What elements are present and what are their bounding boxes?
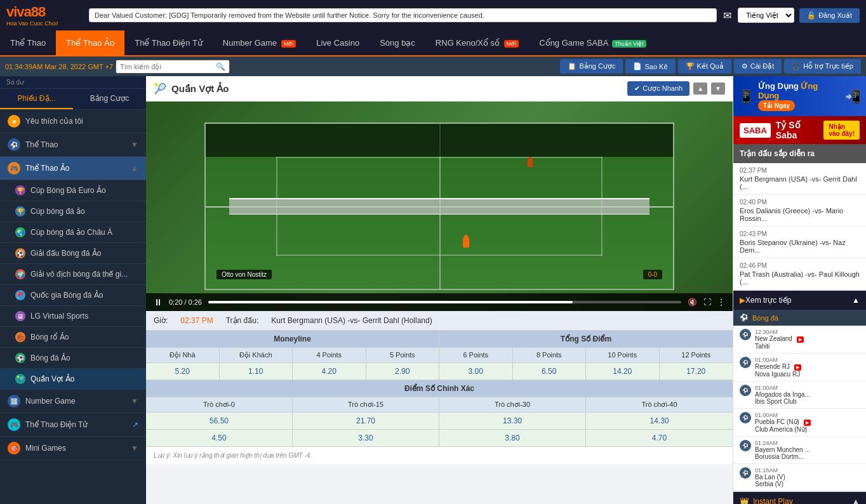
diem-val-1-4[interactable]: 14.30 bbox=[586, 413, 733, 429]
euro-icon: 🏆 bbox=[15, 185, 25, 196]
nav-item-the-thao-ao[interactable]: Thể Thao Ảo bbox=[56, 30, 124, 55]
cai-dat-button[interactable]: ⚙ Cài Đặt bbox=[734, 59, 782, 74]
basketball-icon: 🏀 bbox=[15, 332, 25, 342]
number-game-icon: 🔢 bbox=[8, 395, 20, 408]
bet-value-4[interactable]: 2.90 bbox=[366, 363, 440, 380]
bet-value-7[interactable]: 14.20 bbox=[586, 363, 660, 380]
sidebar-item-bong-ro[interactable]: 🏀 Bóng rổ Ảo bbox=[0, 327, 146, 348]
sidebar-item-the-thao[interactable]: ⚽ Thể Thao ▼ bbox=[0, 133, 146, 157]
live-item-6[interactable]: ⚽ 01:15AM Ba Lan (V) Serbia (V) bbox=[733, 464, 866, 491]
player-figure-2 bbox=[528, 157, 533, 167]
upcoming-list: 02:37 PM Kurt Bergmann (USA) -vs- Gerrit… bbox=[733, 163, 866, 290]
upcoming-item-3[interactable]: 02:43 PM Boris Stepanov (Ukraine) -vs- N… bbox=[733, 227, 866, 258]
more-options-button[interactable]: ⋮ bbox=[717, 298, 725, 307]
ket-qua-button[interactable]: 🏆 Kết Quả bbox=[678, 59, 731, 74]
bet-value-2[interactable]: 1.10 bbox=[220, 363, 293, 380]
progress-bar[interactable] bbox=[208, 301, 681, 303]
sao-ke-button[interactable]: 📄 Sao Kê bbox=[625, 59, 675, 74]
sidebar-item-yeu-thich[interactable]: ★ Yêu thích của tôi bbox=[0, 110, 146, 133]
bet-value-1[interactable]: 5.20 bbox=[146, 363, 220, 380]
diem-val-1-3[interactable]: 13.30 bbox=[439, 413, 586, 429]
sidebar-item-number-game[interactable]: 🔢 Number Game ▼ bbox=[0, 390, 146, 413]
tournament-icon: ⚽ bbox=[15, 248, 25, 258]
language-select[interactable]: Tiếng Việt bbox=[738, 8, 794, 23]
upcoming-teams-4: Pat Trash (Australia) -vs- Paul Killough… bbox=[740, 270, 860, 286]
fullscreen-button[interactable]: ⛶ bbox=[703, 298, 711, 307]
nav-item-live-casino[interactable]: Live Casino bbox=[306, 30, 370, 55]
sidebar-item-the-thao-ao[interactable]: 🎮 Thể Thao Ảo ▲ bbox=[0, 157, 146, 180]
sidebar-item-esports[interactable]: 🎮 Thể Thao Điện Tử ↗ bbox=[0, 413, 146, 437]
app-download-button[interactable]: Tải Ngay bbox=[758, 100, 795, 111]
thuan-viet-badge: Thuần Việt bbox=[612, 40, 646, 48]
live-team2-4: Club America (Nữ) bbox=[755, 426, 860, 433]
diem-col-15: Trò chơi-15 bbox=[293, 397, 439, 412]
cai-dat-icon: ⚙ bbox=[742, 62, 748, 70]
pause-button[interactable]: ⏸ bbox=[154, 297, 163, 307]
logout-button[interactable]: 🔓 Đăng Xuất bbox=[799, 8, 860, 23]
upcoming-item-4[interactable]: 02:46 PM Pat Trash (Australia) -vs- Paul… bbox=[733, 258, 866, 290]
bet-value-3[interactable]: 4.20 bbox=[293, 363, 366, 380]
live-time-1: 12:30AM bbox=[755, 329, 860, 335]
instant-collapse-btn[interactable]: ▲ bbox=[852, 497, 860, 504]
bet-arrow-up[interactable]: ▲ bbox=[693, 83, 707, 95]
live-item-3[interactable]: ⚽ 01:00AM Afogados da Inga... Ibis Sport… bbox=[733, 381, 866, 409]
chevron-icon: ▼ bbox=[131, 397, 138, 406]
bang-cuoc-button[interactable]: 📋 Bảng Cược bbox=[560, 59, 623, 74]
sidebar-item-cup-bong-da-ao[interactable]: 🏆 Cúp bóng đá ảo bbox=[0, 201, 146, 222]
diem-val-2-1[interactable]: 4.50 bbox=[146, 430, 293, 446]
sidebar-item-bong-da-ao[interactable]: ⚽ Bóng đá Ảo bbox=[0, 348, 146, 369]
volume-button[interactable]: 🔇 bbox=[688, 298, 697, 307]
diem-val-2-2[interactable]: 3.30 bbox=[293, 430, 439, 446]
search-input[interactable] bbox=[120, 63, 216, 70]
bet-arrow-down[interactable]: ▼ bbox=[711, 83, 725, 95]
tab-phieu-dat[interactable]: Phiếu Đặ... bbox=[0, 89, 73, 109]
sao-ke-icon: 📄 bbox=[633, 62, 642, 70]
instant-play-section: 👑 Instant Play ▲ 🎲 Mini Tài 🎰 SABA 🃏 Hàu… bbox=[733, 491, 866, 504]
diem-val-2-3[interactable]: 3.80 bbox=[439, 430, 586, 446]
header: viva88 Hoa Vao Cuoc Choi! Dear Valued Cu… bbox=[0, 0, 866, 30]
sidebar-item-mini-games[interactable]: 🎯 Mini Games ▼ bbox=[0, 437, 146, 460]
nav-item-the-thao[interactable]: Thể Thao bbox=[0, 30, 56, 55]
upcoming-item-2[interactable]: 02:40 PM Eros Dalianis (Greece) -vs- Mar… bbox=[733, 195, 866, 227]
saba-click-btn[interactable]: Nhậnvào đây! bbox=[823, 121, 860, 140]
nav-item-number-game[interactable]: Number Game Mới bbox=[213, 30, 306, 55]
diem-val-1-1[interactable]: 56.50 bbox=[146, 413, 293, 429]
live-item-4[interactable]: ⚽ 01:00AM Puebla FC (Nữ) ▶ Club America … bbox=[733, 409, 866, 437]
nav-item-the-thao-dien-tu[interactable]: Thể Thao Điện Tử bbox=[124, 30, 213, 55]
nav-item-song-bac[interactable]: Sòng bạc bbox=[370, 30, 425, 55]
ho-tro-button[interactable]: 🎧 Hỗ trợ Trực tiếp bbox=[784, 59, 861, 74]
sidebar-item-giai-dau[interactable]: ⚽ Giải đấu Bóng đá Ảo bbox=[0, 243, 146, 264]
sidebar-item-quoc-gia[interactable]: 🚩 Quốc gia Bóng đá Ảo bbox=[0, 285, 146, 306]
saba-logo: SABA bbox=[740, 123, 771, 138]
diem-row-1: 56.50 21.70 13.30 14.30 bbox=[146, 413, 733, 430]
bet-value-6[interactable]: 6.50 bbox=[513, 363, 587, 380]
star-icon: ★ bbox=[8, 115, 20, 128]
notice-bar: Dear Valued Customer: [GDG] Temporarily … bbox=[89, 8, 717, 22]
nav-item-rng-keno[interactable]: RNG Keno/Xổ số Mới bbox=[425, 30, 529, 55]
app-promo-title: Ứng Dụng Ứng Dụng bbox=[758, 81, 841, 100]
bet-value-5[interactable]: 3.00 bbox=[439, 363, 513, 380]
sidebar-item-cup-bong-da-euro[interactable]: 🏆 Cúp Bóng Đá Euro Ảo bbox=[0, 180, 146, 201]
sidebar-item-lg-virtual[interactable]: 🖥 LG Virtual Sports bbox=[0, 306, 146, 327]
sidebar-item-cup-chau-a[interactable]: 🌏 Cúp bóng đá ảo Châu Á bbox=[0, 222, 146, 243]
diem-val-2-4[interactable]: 4.70 bbox=[586, 430, 733, 446]
youtube-badge-4: ▶ bbox=[804, 420, 811, 426]
play-icon: ▶ bbox=[740, 296, 745, 305]
live-item-5[interactable]: ⚽ 01:24AM Bayern Munchen ... Borussia Do… bbox=[733, 437, 866, 464]
logo-text: viva88 bbox=[6, 4, 83, 20]
live-item-2[interactable]: ⚽ 01:00AM Resende RJ ▶ Nova Iguacu RJ bbox=[733, 354, 866, 381]
diem-val-1-2[interactable]: 21.70 bbox=[293, 413, 439, 429]
mail-icon[interactable]: ✉ bbox=[723, 10, 731, 22]
logo-tagline: Hoa Vao Cuoc Choi! bbox=[6, 20, 83, 27]
upcoming-item-1[interactable]: 02:37 PM Kurt Bergmann (USA) -vs- Gerrit… bbox=[733, 163, 866, 195]
sidebar-item-quan-vot-ao[interactable]: 🎾 Quần Vợt Ảo bbox=[0, 369, 146, 390]
quick-bet-button[interactable]: ✔ Cược Nhanh bbox=[627, 81, 689, 96]
live-collapse-btn[interactable]: ▲ bbox=[852, 296, 860, 305]
bet-value-8[interactable]: 17.20 bbox=[660, 363, 733, 380]
tab-bang-cuoc[interactable]: Bảng Cược bbox=[73, 89, 146, 109]
sidebar-item-giai-vo-dich[interactable]: 🌍 Giải vô địch bóng đá thế gi... bbox=[0, 264, 146, 285]
live-item-icon-3: ⚽ bbox=[740, 385, 751, 396]
live-item-icon-5: ⚽ bbox=[740, 440, 751, 451]
live-item-1[interactable]: ⚽ 12:30AM New Zealand ▶ Tahiti bbox=[733, 326, 866, 354]
nav-item-cong-game-saba[interactable]: Cổng Game SABA Thuần Việt bbox=[529, 30, 656, 55]
